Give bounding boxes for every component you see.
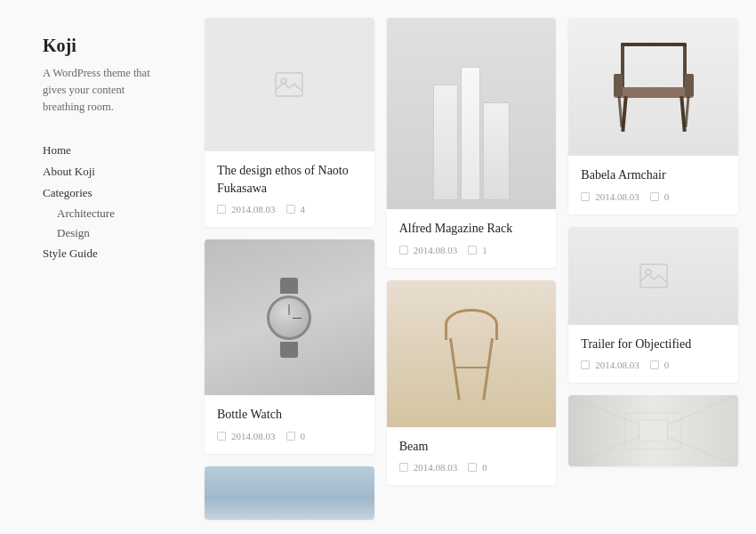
- svg-rect-2: [640, 264, 667, 287]
- nav-home[interactable]: Home: [43, 140, 169, 161]
- card-objectified-body: Trailer for Objectified ⬜ 2014.08.03 ⬜ 0: [568, 325, 738, 384]
- comment-icon-6: ⬜: [650, 360, 659, 369]
- card-chair-title: Babela Armchair: [581, 166, 726, 184]
- nav-style-guide[interactable]: Style Guide: [43, 243, 169, 264]
- navigation: Home About Koji Categories Architecture …: [43, 140, 169, 264]
- card-beam-meta: ⬜ 2014.08.03 ⬜ 0: [399, 462, 544, 473]
- column-1: The design ethos of Naoto Fukasawa ⬜ 201…: [205, 18, 374, 520]
- comment-icon-5: ⬜: [650, 192, 659, 201]
- card-corridor-image: [568, 395, 738, 466]
- card-beam-image: [387, 280, 557, 427]
- card-naoto-date: ⬜ 2014.08.03: [217, 204, 276, 214]
- card-magazine-title: Alfred Magazine Rack: [399, 220, 544, 238]
- card-magazine-meta: ⬜ 2014.08.03 ⬜ 1: [399, 245, 544, 255]
- comment-icon-2: ⬜: [286, 432, 295, 441]
- nav-design[interactable]: Design: [43, 223, 169, 243]
- calendar-icon-2: ⬜: [217, 432, 226, 441]
- card-watch-body: Bottle Watch ⬜ 2014.08.03 ⬜ 0: [205, 395, 374, 454]
- card-beam-date: ⬜ 2014.08.03: [399, 462, 458, 473]
- corridor-illustration: [568, 395, 738, 466]
- card-corridor[interactable]: [568, 395, 738, 466]
- card-chair-body: Babela Armchair ⬜ 2014.08.03 ⬜ 0: [568, 156, 738, 214]
- card-objectified-meta: ⬜ 2014.08.03 ⬜ 0: [581, 360, 726, 370]
- card-building[interactable]: [205, 466, 374, 520]
- nav-architecture[interactable]: Architecture: [43, 204, 169, 223]
- card-objectified[interactable]: Trailer for Objectified ⬜ 2014.08.03 ⬜ 0: [568, 227, 738, 384]
- nav-about[interactable]: About Koji: [43, 161, 169, 182]
- calendar-icon: ⬜: [217, 205, 226, 214]
- image-placeholder-icon-2: [639, 263, 668, 288]
- card-naoto-image: [205, 18, 374, 151]
- calendar-icon-4: ⬜: [399, 463, 408, 472]
- card-chair-image: [568, 18, 738, 156]
- card-beam-body: Beam ⬜ 2014.08.03 ⬜ 0: [387, 427, 557, 486]
- card-chair-meta: ⬜ 2014.08.03 ⬜ 0: [581, 191, 726, 202]
- comment-icon: ⬜: [286, 205, 295, 214]
- card-watch[interactable]: Bottle Watch ⬜ 2014.08.03 ⬜ 0: [205, 239, 374, 454]
- svg-rect-0: [276, 73, 302, 96]
- watch-illustration: [262, 278, 316, 358]
- card-objectified-image: [568, 227, 738, 325]
- card-chair-date: ⬜ 2014.08.03: [581, 191, 639, 202]
- card-magazine-date: ⬜ 2014.08.03: [399, 245, 458, 255]
- card-magazine-image: [387, 18, 557, 209]
- card-magazine-comments: ⬜ 1: [468, 245, 487, 255]
- card-objectified-date: ⬜ 2014.08.03: [581, 360, 639, 370]
- card-watch-image: [205, 239, 374, 395]
- card-chair-comments: ⬜ 0: [650, 191, 670, 202]
- card-beam-comments: ⬜ 0: [468, 462, 487, 473]
- calendar-icon-3: ⬜: [399, 246, 408, 255]
- card-watch-date: ⬜ 2014.08.03: [217, 431, 276, 441]
- column-3: Babela Armchair ⬜ 2014.08.03 ⬜ 0: [568, 18, 738, 466]
- card-naoto-title: The design ethos of Naoto Fukasawa: [217, 162, 362, 197]
- site-title: Koji: [43, 36, 169, 56]
- comment-icon-3: ⬜: [468, 246, 477, 255]
- card-watch-title: Bottle Watch: [217, 406, 362, 424]
- card-beam[interactable]: Beam ⬜ 2014.08.03 ⬜ 0: [387, 280, 557, 486]
- card-magazine-body: Alfred Magazine Rack ⬜ 2014.08.03 ⬜ 1: [387, 209, 557, 268]
- card-naoto[interactable]: The design ethos of Naoto Fukasawa ⬜ 201…: [205, 18, 374, 227]
- card-naoto-comments: ⬜ 4: [286, 204, 306, 214]
- card-naoto-meta: ⬜ 2014.08.03 ⬜ 4: [217, 204, 362, 214]
- card-beam-title: Beam: [399, 438, 544, 456]
- main-content: The design ethos of Naoto Fukasawa ⬜ 201…: [196, 0, 756, 534]
- card-building-image: [205, 466, 374, 520]
- card-watch-meta: ⬜ 2014.08.03 ⬜ 0: [217, 431, 362, 441]
- calendar-icon-6: ⬜: [581, 360, 590, 369]
- card-objectified-comments: ⬜ 0: [650, 360, 670, 370]
- card-magazine[interactable]: Alfred Magazine Rack ⬜ 2014.08.03 ⬜ 1: [387, 18, 557, 268]
- comment-icon-4: ⬜: [468, 463, 477, 472]
- card-watch-comments: ⬜ 0: [286, 431, 306, 441]
- image-placeholder-icon: [275, 72, 303, 97]
- svg-rect-9: [639, 420, 668, 441]
- column-2: Alfred Magazine Rack ⬜ 2014.08.03 ⬜ 1: [387, 18, 557, 485]
- card-objectified-title: Trailer for Objectified: [581, 336, 726, 353]
- sidebar: Koji A WordPress theme that gives your c…: [0, 0, 196, 534]
- nav-categories-label: Categories: [43, 182, 169, 204]
- card-naoto-body: The design ethos of Naoto Fukasawa ⬜ 201…: [205, 151, 374, 227]
- site-description: A WordPress theme that gives your conten…: [43, 65, 169, 115]
- card-grid: The design ethos of Naoto Fukasawa ⬜ 201…: [205, 18, 738, 520]
- calendar-icon-5: ⬜: [581, 192, 590, 201]
- card-chair[interactable]: Babela Armchair ⬜ 2014.08.03 ⬜ 0: [568, 18, 738, 214]
